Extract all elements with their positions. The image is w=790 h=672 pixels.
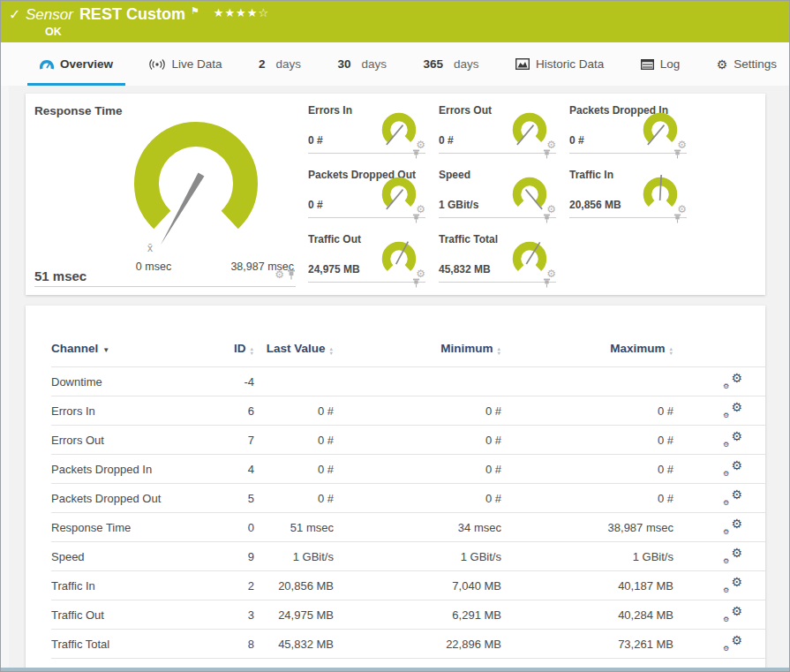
small-gauges-grid: Errors In 0 # ⚙ Errors Out 0 # ⚙ Packets… xyxy=(308,98,687,283)
channel-name-cell[interactable]: Speed xyxy=(51,542,201,571)
broadcast-icon xyxy=(149,59,165,70)
pin-icon[interactable] xyxy=(412,149,420,159)
channel-row[interactable]: Speed 9 1 GBit/s 1 GBit/s 1 GBit/s ⚙ ⚙ xyxy=(51,542,765,571)
channel-minimum-cell: 0 # xyxy=(334,396,501,426)
pin-icon[interactable] xyxy=(412,214,420,223)
tab-historic-data-label: Historic Data xyxy=(536,57,604,71)
column-header-maximum-label: Maximum xyxy=(610,342,665,355)
channel-actions-cell: ⚙ ⚙ xyxy=(673,484,765,513)
channel-row[interactable]: Downtime -4 ⚙ ⚙ xyxy=(51,367,765,396)
channel-id-cell: 0 xyxy=(201,513,254,542)
column-header-last-value[interactable]: Last Value▲▼ xyxy=(254,306,334,367)
flag-icon[interactable]: ⚑ xyxy=(191,5,199,16)
channel-minimum-cell: 7,040 MB xyxy=(334,571,501,600)
pin-icon[interactable] xyxy=(543,214,551,223)
channels-table: Channel▼ ID▲▼ Last Value▲▼ Minimum▲▼ Max… xyxy=(51,306,765,659)
gauge-icon xyxy=(40,58,54,71)
sort-icon: ▲▼ xyxy=(250,347,254,356)
column-header-minimum[interactable]: Minimum▲▼ xyxy=(334,306,501,367)
channel-minimum-cell: 34 msec xyxy=(334,513,501,542)
gauge-cell-errors-in: Errors In 0 # ⚙ xyxy=(308,98,425,154)
edit-channel-gears-icon[interactable]: ⚙ ⚙ xyxy=(723,635,742,651)
window-bottom-edge xyxy=(1,668,789,671)
channel-id-cell: 9 xyxy=(201,542,254,571)
channel-last-value-cell: 0 # xyxy=(254,396,334,426)
channel-maximum-cell: 1 GBit/s xyxy=(501,542,673,571)
edit-channel-gears-icon[interactable]: ⚙ ⚙ xyxy=(723,402,742,418)
channel-id-cell: 6 xyxy=(201,396,254,426)
edit-channel-gears-icon[interactable]: ⚙ ⚙ xyxy=(723,606,742,622)
channel-row[interactable]: Response Time 0 51 msec 34 msec 38,987 m… xyxy=(51,513,765,542)
pin-icon[interactable] xyxy=(673,149,681,159)
channel-name-cell[interactable]: Errors In xyxy=(51,396,201,426)
channel-name-cell[interactable]: Traffic Total xyxy=(51,630,201,659)
sensor-header: ✓ SensorREST Custom⚑★★★★☆ OK xyxy=(1,1,789,42)
edit-channel-gears-icon[interactable]: ⚙ ⚙ xyxy=(723,460,742,476)
tab-365-days-label: days xyxy=(454,57,479,71)
channel-row[interactable]: Traffic Total 8 45,832 MB 22,896 MB 73,2… xyxy=(51,630,765,659)
gauge-title: Traffic Out xyxy=(308,233,361,245)
gauge-title: Traffic In xyxy=(569,169,613,181)
tab-settings-label: Settings xyxy=(734,57,777,71)
gauge-title: Speed xyxy=(439,169,470,181)
pin-icon[interactable] xyxy=(287,269,296,280)
channel-last-value-cell: 24,975 MB xyxy=(254,600,334,630)
channel-name-cell[interactable]: Downtime xyxy=(51,367,201,396)
edit-channel-gears-icon[interactable]: ⚙ ⚙ xyxy=(723,431,742,447)
tab-30-days[interactable]: 30 days xyxy=(325,42,399,86)
channel-name-cell[interactable]: Traffic Out xyxy=(51,600,201,630)
channel-maximum-cell: 0 # xyxy=(501,455,673,484)
pin-icon[interactable] xyxy=(543,278,551,288)
tab-365-days-number: 365 xyxy=(423,57,443,71)
mini-gauge xyxy=(378,108,420,150)
edit-channel-gears-icon[interactable]: ⚙ ⚙ xyxy=(723,547,742,563)
pin-icon[interactable] xyxy=(543,149,551,159)
channel-last-value-cell: 0 # xyxy=(254,484,334,513)
mini-gauge xyxy=(378,172,420,215)
gauge-title: Errors Out xyxy=(439,104,492,117)
column-header-channel[interactable]: Channel▼ xyxy=(51,306,201,367)
edit-channel-gears-icon[interactable]: ⚙ ⚙ xyxy=(723,577,742,593)
channel-id-cell: 2 xyxy=(201,571,254,600)
edit-channel-gears-icon[interactable]: ⚙ ⚙ xyxy=(723,373,742,389)
channel-minimum-cell: 0 # xyxy=(334,455,501,484)
channel-settings-gear-icon[interactable]: ⚙ xyxy=(275,269,284,280)
tab-live-data[interactable]: Live Data xyxy=(137,42,234,86)
pin-icon[interactable] xyxy=(673,214,681,223)
column-header-id[interactable]: ID▲▼ xyxy=(201,306,254,367)
channel-name-cell[interactable]: Packets Dropped In xyxy=(51,455,201,484)
channel-name-cell[interactable]: Packets Dropped Out xyxy=(51,484,201,513)
tab-365-days[interactable]: 365 days xyxy=(410,42,491,86)
channel-minimum-cell xyxy=(334,367,501,396)
channel-maximum-cell: 40,284 MB xyxy=(501,600,673,630)
tab-settings[interactable]: ⚙ Settings xyxy=(704,42,789,86)
tab-2-days[interactable]: 2 days xyxy=(246,42,313,86)
channel-row[interactable]: Traffic Out 3 24,975 MB 6,291 MB 40,284 … xyxy=(51,600,765,630)
channel-name-cell[interactable]: Errors Out xyxy=(51,426,201,455)
edit-channel-gears-icon[interactable]: ⚙ ⚙ xyxy=(723,518,742,534)
channel-last-value-cell xyxy=(254,367,334,396)
column-header-maximum[interactable]: Maximum▲▼ xyxy=(501,306,673,367)
gauge-value: 1 GBit/s xyxy=(439,199,478,211)
channel-row[interactable]: Errors In 6 0 # 0 # 0 # ⚙ ⚙ xyxy=(51,396,765,426)
edit-channel-gears-icon[interactable]: ⚙ ⚙ xyxy=(723,489,742,505)
channel-maximum-cell: 0 # xyxy=(501,484,673,513)
channel-name-cell[interactable]: Response Time xyxy=(51,513,201,542)
channel-actions-cell: ⚙ ⚙ xyxy=(673,455,765,484)
channel-minimum-cell: 1 GBit/s xyxy=(334,542,501,571)
channel-row[interactable]: Packets Dropped Out 5 0 # 0 # 0 # ⚙ ⚙ xyxy=(51,484,765,513)
settings-gear-icon: ⚙ xyxy=(717,58,728,71)
channel-row[interactable]: Traffic In 2 20,856 MB 7,040 MB 40,187 M… xyxy=(51,571,765,600)
gauges-panel: Response Time x̄ 0 msec 38,987 msec 51 m… xyxy=(26,94,765,295)
channel-actions-cell: ⚙ ⚙ xyxy=(673,542,765,571)
channel-minimum-cell: 0 # xyxy=(334,426,501,455)
tab-log[interactable]: Log xyxy=(628,42,693,86)
pin-icon[interactable] xyxy=(412,278,420,288)
channel-row[interactable]: Errors Out 7 0 # 0 # 0 # ⚙ ⚙ xyxy=(51,426,765,455)
tab-overview[interactable]: Overview xyxy=(27,42,125,86)
priority-stars[interactable]: ★★★★☆ xyxy=(214,6,269,19)
sensor-title: REST Custom xyxy=(79,5,185,23)
channel-name-cell[interactable]: Traffic In xyxy=(51,571,201,600)
tab-historic-data[interactable]: Historic Data xyxy=(503,42,616,86)
channel-row[interactable]: Packets Dropped In 4 0 # 0 # 0 # ⚙ ⚙ xyxy=(51,455,765,484)
